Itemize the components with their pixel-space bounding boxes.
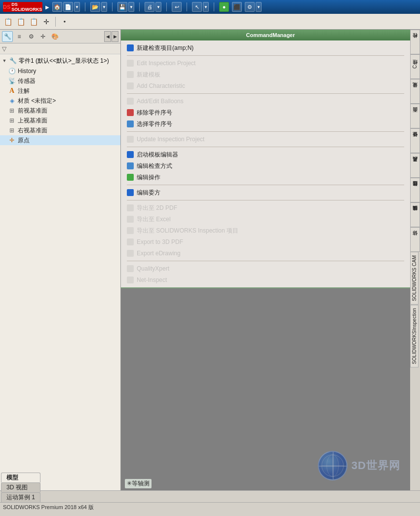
solidworks-logo: DS DS SOLIDWORKS bbox=[3, 2, 42, 12]
watermark: 3D世界网 bbox=[318, 451, 400, 480]
cm-item-export-excel: 导出至 Excel bbox=[125, 214, 406, 225]
vtab-9[interactable]: 评估 bbox=[410, 227, 420, 252]
tree-root-item[interactable]: ▼ 🔧 零件1 (默认<<默认>_显示状态 1>) bbox=[0, 55, 120, 66]
panel-icon-search[interactable]: ✛ bbox=[38, 31, 48, 42]
vtab-7[interactable]: 数据迁移 bbox=[410, 178, 420, 202]
cm-label-export-3d-pdf: Export to 3D PDF bbox=[137, 238, 183, 245]
cm-separator-17 bbox=[127, 261, 404, 261]
vtab-3[interactable]: 量规 bbox=[410, 79, 420, 104]
cm-item-quality-xpert: QualityXpert bbox=[125, 263, 406, 274]
panel-nav-left[interactable]: ◀ bbox=[104, 31, 111, 42]
toolbar-options[interactable]: ⬛ bbox=[232, 2, 242, 12]
cm-item-edit-inspection-method[interactable]: 编辑检查方式 bbox=[125, 160, 406, 171]
qt-separator bbox=[55, 17, 56, 27]
tree-area[interactable]: ▼ 🔧 零件1 (默认<<默认>_显示状态 1>) 🕐History📡传感器A注… bbox=[0, 54, 120, 490]
panel-top-bar: 🔧 ≡ ⚙ ✛ 🎨 ◀ ▶ bbox=[0, 30, 120, 43]
cm-icon-export-edrawing bbox=[127, 250, 134, 257]
cm-item-select-part-number[interactable]: 选择零件序号 bbox=[125, 119, 406, 129]
cm-icon-edit-inspection bbox=[127, 60, 134, 67]
vtab-11[interactable]: SOLIDWORKSInspection bbox=[410, 305, 419, 367]
cm-item-launch-template-editor[interactable]: 启动模板编辑器 bbox=[125, 149, 406, 160]
canvas-area[interactable]: 3D世界网 ✳等轴测 bbox=[121, 288, 420, 490]
toolbar-sep-6 bbox=[214, 2, 214, 11]
toolbar-group-2: 📂 ▼ bbox=[90, 2, 107, 12]
cm-label-edit-inspection-method: 编辑检查方式 bbox=[137, 162, 172, 170]
vtab-8[interactable]: 直接编辑 bbox=[410, 202, 420, 227]
cm-item-add-edit-balloons: Add/Edit Balloons bbox=[125, 96, 406, 107]
toolbar-save[interactable]: 💾 bbox=[117, 2, 127, 12]
toolbar-undo[interactable]: ↩ bbox=[172, 2, 182, 12]
tree-item-right-plane[interactable]: ⊞右视基准面 bbox=[0, 125, 120, 135]
cm-body: 新建检查项目(amp;N)Edit Inspection Project新建模板… bbox=[121, 40, 420, 287]
status-text: SOLIDWORKS Premium 2018 x64 版 bbox=[3, 504, 94, 511]
cm-label-edit-party: 编辑委方 bbox=[137, 189, 160, 197]
toolbar-sep-3 bbox=[139, 2, 140, 11]
vtab-6[interactable]: 模具工具 bbox=[410, 153, 420, 178]
watermark-globe bbox=[318, 451, 347, 480]
toolbar-new[interactable]: 📄 bbox=[63, 2, 73, 12]
cm-icon-edit-inspection-method bbox=[127, 162, 134, 169]
toolbar-save-dropdown[interactable]: ▼ bbox=[128, 2, 134, 12]
toolbar-open-dropdown[interactable]: ▼ bbox=[101, 2, 107, 12]
panel-icon-display[interactable]: 🎨 bbox=[49, 31, 60, 42]
toolbar-settings-dropdown[interactable]: ▼ bbox=[256, 2, 262, 12]
tree-root-arrow[interactable]: ▼ bbox=[2, 58, 7, 63]
toolbar-rebuild[interactable]: ● bbox=[219, 2, 229, 12]
toolbar-select[interactable]: ↖ bbox=[192, 2, 202, 12]
qt-icon-3[interactable]: 📋 bbox=[28, 16, 39, 28]
cm-item-edit-inspection: Edit Inspection Project bbox=[125, 58, 406, 69]
toolbar-new-dropdown[interactable]: ▼ bbox=[74, 2, 80, 12]
title-bar: DS DS SOLIDWORKS ▶ 🏠 📄 ▼ 📂 ▼ 💾 ▼ 🖨 ▼ ↩ ↖… bbox=[0, 0, 420, 14]
cm-icon-new-template bbox=[127, 71, 134, 78]
toolbar-open[interactable]: 📂 bbox=[90, 2, 100, 12]
btab-3d-view[interactable]: 3D 视图 bbox=[1, 482, 40, 492]
qt-icon-2[interactable]: 📋 bbox=[15, 16, 27, 28]
cm-item-export-3d-pdf: Export to 3D PDF bbox=[125, 237, 406, 247]
cm-label-update-inspection: Update Inspection Project bbox=[137, 136, 204, 143]
btab-model[interactable]: 模型 bbox=[1, 473, 40, 482]
panel-nav: ◀ ▶ bbox=[104, 31, 118, 42]
qt-icon-4[interactable]: ✛ bbox=[40, 16, 52, 28]
vtab-2[interactable]: 组件C bbox=[410, 54, 420, 79]
cm-item-edit-party[interactable]: 编辑委方 bbox=[125, 187, 406, 198]
toolbar-settings[interactable]: ⚙ bbox=[245, 2, 255, 12]
tree-item-sensors[interactable]: 📡传感器 bbox=[0, 76, 120, 86]
panel-icon-config[interactable]: ⚙ bbox=[26, 31, 37, 42]
toolbar-group-7: ● bbox=[219, 2, 229, 12]
cm-item-edit-operation[interactable]: 编辑操作 bbox=[125, 172, 406, 183]
tree-icon-annotations: A bbox=[8, 87, 16, 95]
qt-icon-1[interactable]: 📋 bbox=[2, 16, 14, 28]
right-area: CommandManager 📌 新建检查项目(amp;N)Edit Inspe… bbox=[121, 30, 420, 490]
tree-item-top-plane[interactable]: ⊞上视基准面 bbox=[0, 116, 120, 125]
toolbar-print[interactable]: 🖨 bbox=[145, 2, 154, 12]
tree-item-history[interactable]: 🕐History bbox=[0, 66, 120, 76]
panel-icon-property[interactable]: ≡ bbox=[14, 31, 25, 42]
cm-label-net-inspect: Net-Inspect bbox=[137, 277, 167, 283]
cm-item-remove-part-number[interactable]: 移除零件序号 bbox=[125, 107, 406, 118]
cm-label-export-excel: 导出至 Excel bbox=[137, 215, 171, 224]
tree-items-container: 🕐History📡传感器A注解◈材质 <未指定>⊞前视基准面⊞上视基准面⊞右视基… bbox=[0, 66, 120, 145]
tree-item-front-plane[interactable]: ⊞前视基准面 bbox=[0, 106, 120, 116]
cm-icon-add-edit-balloons bbox=[127, 98, 134, 105]
cm-label-edit-operation: 编辑操作 bbox=[137, 173, 160, 182]
toolbar-print-dropdown[interactable]: ▼ bbox=[155, 2, 161, 12]
vtab-5[interactable]: 钣金件 bbox=[410, 128, 420, 153]
tree-item-annotations[interactable]: A注解 bbox=[0, 86, 120, 96]
vtab-1[interactable]: 检件 bbox=[410, 30, 420, 54]
cm-item-new-inspection[interactable]: 新建检查项目(amp;N) bbox=[125, 42, 406, 53]
cm-icon-export-sw-inspection bbox=[127, 227, 134, 234]
vtab-10[interactable]: SOLIDWORKS CAM bbox=[410, 252, 419, 305]
panel-icon-featuremanager[interactable]: 🔧 bbox=[2, 31, 13, 42]
cm-icon-export-2d-pdf bbox=[127, 204, 134, 211]
watermark-inner: 3D世界网 bbox=[318, 451, 400, 480]
panel-nav-right[interactable]: ▶ bbox=[112, 31, 118, 42]
toolbar-home[interactable]: 🏠 bbox=[52, 2, 62, 12]
tree-item-material[interactable]: ◈材质 <未指定> bbox=[0, 96, 120, 106]
cm-item-add-characteristic: Add Characteristic bbox=[125, 80, 406, 91]
tree-item-origin[interactable]: ✛原点 bbox=[0, 135, 120, 145]
cm-icon-select-part-number bbox=[127, 120, 134, 127]
cm-header: CommandManager 📌 bbox=[121, 30, 420, 40]
vtab-4[interactable]: 曲面 bbox=[410, 104, 420, 128]
toolbar-select-dropdown[interactable]: ▼ bbox=[203, 2, 209, 12]
btab-motion-example[interactable]: 运动算例 1 bbox=[1, 492, 40, 502]
